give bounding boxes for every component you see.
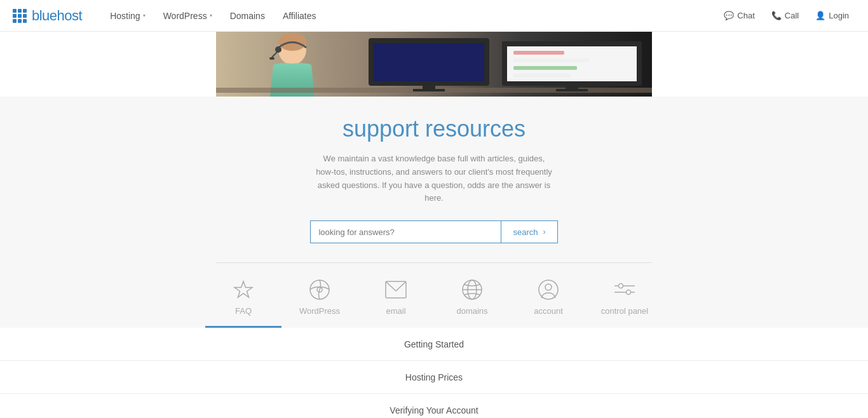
svg-point-26 <box>545 284 552 290</box>
link-verifying-account[interactable]: Verifying Your Account <box>0 394 868 418</box>
svg-rect-14 <box>513 66 577 70</box>
wordpress-icon <box>308 278 331 301</box>
nav-links: Hosting ▾ WordPress ▾ Domains Affiliates <box>101 0 717 32</box>
svg-point-3 <box>275 46 281 53</box>
chat-icon: 💬 <box>724 11 734 20</box>
svg-rect-15 <box>513 74 571 78</box>
brand-logo[interactable]: bluehost <box>13 8 82 24</box>
svg-rect-16 <box>566 86 578 89</box>
control-panel-icon <box>613 278 636 301</box>
call-link[interactable]: 📞 Call <box>765 7 805 24</box>
category-faq[interactable]: FAQ <box>205 269 281 328</box>
hero-image <box>216 32 652 97</box>
domains-label: domains <box>456 306 487 316</box>
category-account[interactable]: account <box>510 269 587 328</box>
svg-rect-7 <box>374 43 484 81</box>
category-wordpress[interactable]: WordPress <box>281 269 358 328</box>
nav-hosting[interactable]: Hosting ▾ <box>101 0 154 32</box>
login-link[interactable]: 👤 Login <box>809 7 855 24</box>
category-email[interactable]: email <box>358 269 434 328</box>
support-description: We maintain a vast knowledge base full w… <box>313 152 555 205</box>
brand-name: bluehost <box>32 8 82 24</box>
support-section: support resources We maintain a vast kno… <box>0 97 868 328</box>
svg-rect-8 <box>423 86 435 89</box>
chat-link[interactable]: 💬 Chat <box>717 7 761 24</box>
account-label: account <box>534 306 563 316</box>
search-bar: search › <box>310 220 557 243</box>
nav-domains[interactable]: Domains <box>221 0 274 32</box>
svg-marker-18 <box>234 281 252 297</box>
nav-affiliates[interactable]: Affiliates <box>274 0 325 32</box>
nav-wordpress[interactable]: WordPress ▾ <box>154 0 221 32</box>
email-icon <box>384 278 407 301</box>
wordpress-arrow-icon: ▾ <box>210 13 212 18</box>
link-getting-started[interactable]: Getting Started <box>0 328 868 361</box>
hosting-arrow-icon: ▾ <box>143 13 146 18</box>
login-icon: 👤 <box>815 11 825 20</box>
link-hosting-prices[interactable]: Hosting Prices <box>0 361 868 394</box>
svg-rect-17 <box>556 89 588 91</box>
support-title: support resources <box>342 116 526 142</box>
search-input[interactable] <box>310 220 501 243</box>
svg-point-28 <box>619 284 623 288</box>
svg-rect-13 <box>513 58 590 62</box>
star-icon <box>232 278 255 301</box>
hero-illustration <box>216 32 652 97</box>
faq-label: FAQ <box>235 306 252 316</box>
category-control-panel[interactable]: control panel <box>587 269 663 328</box>
control-panel-label: control panel <box>601 306 648 316</box>
email-label: email <box>386 306 405 316</box>
domains-icon <box>461 278 484 301</box>
categories: FAQ WordPress <box>216 262 652 328</box>
hero-section <box>0 32 868 97</box>
call-icon: 📞 <box>771 11 782 20</box>
search-chevron-icon: › <box>543 227 546 236</box>
svg-rect-12 <box>513 51 564 55</box>
account-icon <box>537 278 560 301</box>
grid-icon <box>13 9 27 23</box>
svg-rect-9 <box>413 89 445 91</box>
navbar: bluehost Hosting ▾ WordPress ▾ Domains A… <box>0 0 868 32</box>
links-list: Getting Started Hosting Prices Verifying… <box>0 328 868 418</box>
svg-rect-4 <box>269 57 275 60</box>
svg-point-30 <box>627 290 631 295</box>
search-button[interactable]: search › <box>501 220 557 243</box>
category-domains[interactable]: domains <box>434 269 510 328</box>
wordpress-label: WordPress <box>299 306 340 316</box>
nav-right: 💬 Chat 📞 Call 👤 Login <box>717 7 855 24</box>
